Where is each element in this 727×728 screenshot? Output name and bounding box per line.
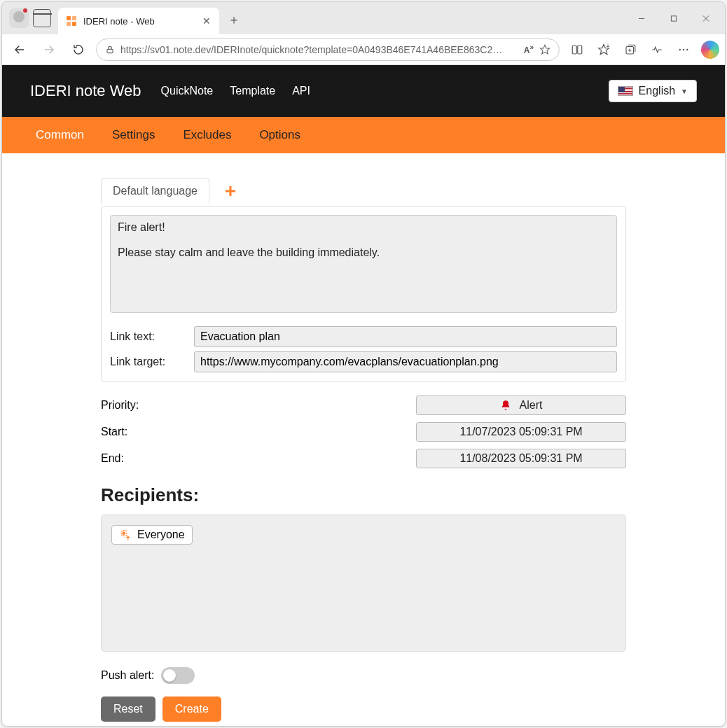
new-tab-button[interactable]: ＋	[223, 9, 244, 30]
message-textarea[interactable]	[110, 215, 617, 313]
split-screen-icon[interactable]	[565, 38, 589, 62]
minimize-button[interactable]	[625, 7, 658, 29]
page-scroll[interactable]: IDERI note Web QuickNote Template API En…	[2, 65, 725, 726]
priority-selector[interactable]: Alert	[416, 396, 626, 415]
link-target-input[interactable]	[194, 351, 617, 372]
language-tabs: Default language	[101, 176, 626, 206]
gears-icon	[119, 528, 132, 541]
svg-rect-1	[72, 16, 76, 20]
tab-actions-icon[interactable]	[33, 9, 51, 27]
language-label: English	[639, 85, 675, 97]
back-button[interactable]	[8, 38, 32, 62]
nav-template[interactable]: Template	[230, 85, 275, 97]
button-row: Reset Create	[101, 696, 626, 722]
recipient-chip-everyone[interactable]: Everyone	[111, 525, 193, 545]
app-header: IDERI note Web QuickNote Template API En…	[2, 65, 725, 117]
nav-api[interactable]: API	[292, 85, 310, 97]
priority-label: Priority:	[101, 399, 416, 412]
bell-icon	[500, 400, 511, 411]
lock-icon	[105, 45, 115, 55]
message-card: Link text: Link target:	[101, 206, 626, 382]
link-target-label: Link target:	[110, 356, 194, 368]
viewport: IDERI note Web QuickNote Template API En…	[2, 65, 725, 726]
close-window-button[interactable]	[690, 7, 722, 29]
end-label: End:	[101, 452, 416, 465]
content: Default language Link text: Link target:	[94, 176, 633, 726]
window-controls	[625, 7, 722, 29]
chevron-down-icon: ▼	[681, 88, 688, 95]
maximize-button[interactable]	[658, 7, 690, 29]
svg-rect-5	[671, 15, 676, 20]
svg-point-20	[679, 48, 681, 50]
svg-rect-3	[72, 22, 76, 26]
language-tab-default[interactable]: Default language	[101, 178, 209, 204]
push-alert-label: Push alert:	[101, 669, 154, 682]
favorite-star-icon[interactable]	[539, 44, 551, 55]
subnav-common[interactable]: Common	[36, 128, 84, 142]
subnav-excludes[interactable]: Excludes	[183, 128, 231, 142]
tab-close-icon[interactable]: ✕	[201, 15, 212, 27]
subnav-settings[interactable]: Settings	[112, 128, 155, 142]
forward-button[interactable]	[37, 38, 61, 62]
priority-value: Alert	[520, 399, 543, 412]
link-text-label: Link text:	[110, 330, 194, 343]
read-aloud-icon[interactable]: A»	[524, 43, 534, 55]
svg-point-22	[686, 48, 688, 50]
subnav-options[interactable]: Options	[259, 128, 300, 142]
recipients-title: Recipients:	[101, 484, 626, 506]
favorites-icon[interactable]	[592, 38, 616, 62]
url-text: https://sv01.note.dev/IDERInote/quicknot…	[120, 44, 518, 55]
url-box[interactable]: https://sv01.note.dev/IDERInote/quicknot…	[96, 38, 560, 61]
push-alert-row: Push alert:	[101, 667, 626, 684]
brand[interactable]: IDERI note Web	[30, 82, 141, 100]
menu-icon[interactable]	[672, 38, 695, 62]
profile-icon[interactable]	[9, 8, 29, 28]
svg-rect-0	[67, 16, 71, 20]
svg-point-25	[123, 532, 126, 536]
recipients-box[interactable]: Everyone	[101, 514, 626, 652]
language-selector[interactable]: English ▼	[609, 80, 697, 102]
svg-rect-10	[107, 49, 113, 52]
health-icon[interactable]	[645, 38, 669, 62]
tab-title: IDERI note - Web	[83, 16, 195, 27]
address-bar: https://sv01.note.dev/IDERInote/quicknot…	[2, 34, 725, 65]
svg-marker-14	[599, 44, 609, 54]
refresh-button[interactable]	[67, 38, 90, 62]
svg-point-26	[127, 536, 129, 538]
push-alert-toggle[interactable]	[161, 667, 195, 684]
svg-rect-2	[67, 22, 71, 26]
top-nav: QuickNote Template API	[161, 85, 310, 97]
flag-us-icon	[618, 86, 633, 96]
recipient-chip-label: Everyone	[137, 528, 185, 541]
start-datetime[interactable]: 11/07/2023 05:09:31 PM	[416, 422, 626, 442]
svg-marker-11	[540, 45, 549, 54]
svg-point-21	[683, 48, 684, 50]
create-button[interactable]: Create	[162, 696, 221, 722]
reset-button[interactable]: Reset	[101, 696, 155, 722]
collections-icon[interactable]	[618, 38, 642, 62]
link-text-input[interactable]	[194, 326, 617, 347]
title-bar: IDERI note - Web ✕ ＋	[2, 2, 725, 34]
start-label: Start:	[101, 426, 416, 438]
browser-tab[interactable]: IDERI note - Web ✕	[58, 8, 219, 34]
svg-rect-13	[578, 46, 582, 54]
sub-nav: Common Settings Excludes Options	[2, 117, 725, 153]
browser-window: IDERI note - Web ✕ ＋ https://sv01.note.d…	[1, 1, 726, 727]
svg-rect-12	[572, 46, 576, 54]
favicon-icon	[65, 15, 78, 27]
add-language-button[interactable]	[222, 183, 239, 200]
meta-rows: Priority: Alert Start: 11/07/2023 05:09:…	[101, 392, 626, 472]
end-datetime[interactable]: 11/08/2023 05:09:31 PM	[416, 449, 626, 468]
nav-quicknote[interactable]: QuickNote	[161, 85, 214, 97]
copilot-icon[interactable]	[701, 41, 719, 59]
